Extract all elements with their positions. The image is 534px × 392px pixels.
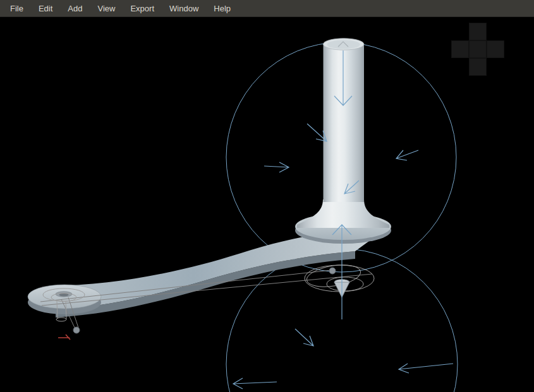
force-arrow-left-bottom — [399, 364, 453, 373]
left-boss-hole — [59, 294, 69, 297]
menu-add[interactable]: Add — [60, 1, 90, 16]
menu-file[interactable]: File — [3, 1, 31, 16]
origin-axis-marker — [58, 335, 70, 340]
gizmo-center-cell[interactable] — [469, 40, 487, 58]
cylinder-body[interactable] — [324, 44, 365, 202]
force-arrow-downright — [295, 329, 313, 346]
force-arrow-left-lower — [233, 378, 277, 389]
force-arrow-right — [264, 162, 289, 172]
force-arrow-left — [396, 150, 418, 160]
menu-help[interactable]: Help — [206, 1, 238, 16]
gizmo-left-cell[interactable] — [451, 40, 469, 58]
menu-bar: File Edit Add View Export Window Help — [0, 0, 534, 17]
stem-bottom-cap — [56, 318, 66, 321]
axis-navigation-gizmo[interactable] — [451, 23, 504, 76]
joint-sphere[interactable] — [73, 327, 80, 333]
gizmo-down-cell[interactable] — [469, 58, 487, 76]
menu-view[interactable]: View — [90, 1, 123, 16]
gizmo-right-cell[interactable] — [487, 40, 504, 58]
joint-sphere[interactable] — [329, 268, 336, 274]
menu-edit[interactable]: Edit — [31, 1, 60, 16]
menu-export[interactable]: Export — [123, 1, 162, 16]
menu-window[interactable]: Window — [162, 1, 206, 16]
viewport-3d[interactable] — [0, 0, 534, 392]
gizmo-up-cell[interactable] — [469, 23, 487, 40]
cylinder-top-cap-inner — [327, 40, 360, 49]
axis-marker-line — [58, 335, 70, 340]
cylinder-flare — [297, 199, 389, 228]
